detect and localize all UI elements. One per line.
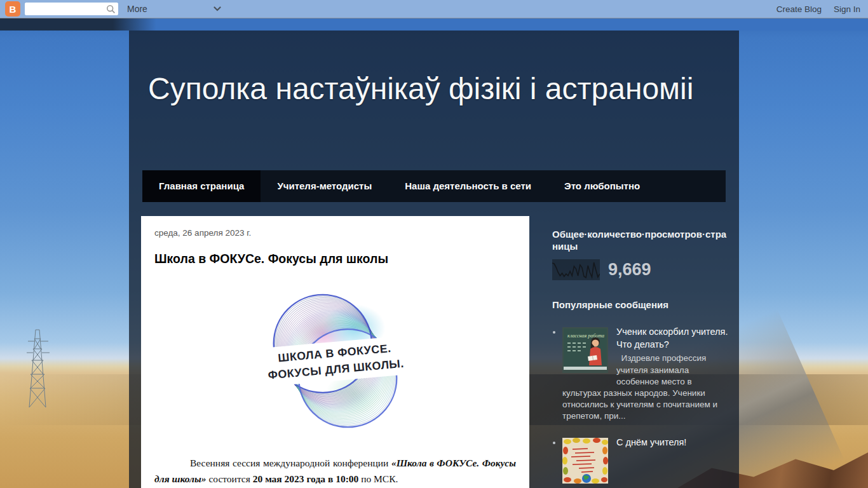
nav-tabs: Главная страница Учителя-методисты Наша …: [142, 170, 726, 202]
create-blog-link[interactable]: Create Blog: [776, 4, 822, 14]
blogger-logo-icon[interactable]: B: [5, 1, 20, 17]
body-text-1: Весенняя сессия международной конференци…: [190, 458, 391, 468]
more-dropdown[interactable]: More: [127, 4, 221, 14]
search-input[interactable]: [25, 3, 118, 15]
power-line-tower: [15, 325, 60, 410]
tab-home[interactable]: Главная страница: [142, 170, 261, 202]
blog-header: Суполка настаўнікаў фізікі і астраноміі: [129, 30, 739, 170]
chevron-down-icon: [214, 6, 221, 11]
popular-posts-title: Популярные сообщения: [552, 299, 730, 311]
popular-posts-list: классная работа У: [552, 326, 730, 488]
body-date-time: 20 мая 2023 года в 10:00: [253, 473, 359, 484]
blog-title[interactable]: Суполка настаўнікаў фізікі і астраноміі: [148, 66, 720, 111]
sidebar: Общее·количество·просмотров·страницы 9,6…: [529, 216, 739, 488]
navbar-right: Create Blog Sign In: [776, 4, 860, 14]
chalkboard-teacher-thumbnail[interactable]: классная работа: [562, 327, 608, 373]
top-dark-band: [0, 18, 868, 30]
svg-text:классная работа: классная работа: [567, 333, 604, 339]
content-row: среда, 26 апреля 2023 г. Школа в ФОКУСе.…: [129, 216, 739, 488]
tab-our-web-activity[interactable]: Наша деятельность в сети: [388, 170, 548, 202]
navbar-searchbox: [25, 3, 118, 15]
post-body: Весенняя сессия международной конференци…: [154, 456, 516, 487]
blog-container: Суполка настаўнікаў фізікі і астраноміі …: [129, 30, 739, 488]
sign-in-link[interactable]: Sign In: [834, 4, 860, 14]
pageviews-title: Общее·количество·просмотров·страницы: [552, 229, 730, 253]
search-icon[interactable]: [106, 4, 116, 14]
tab-curious[interactable]: Это любопытно: [548, 170, 656, 202]
more-label: More: [127, 4, 147, 14]
blogger-navbar: B More Create Blog Sign In: [0, 0, 868, 18]
popular-post-item: классная работа У: [562, 326, 730, 422]
post-date: среда, 26 апреля 2023 г.: [154, 228, 516, 238]
post-image[interactable]: ШКОЛА В ФОКУСЕ. ФОКУСЫ ДЛЯ ШКОЛЫ.: [260, 284, 410, 440]
popular-post-item: С днём учителя!: [562, 437, 730, 487]
pageviews-count: 9,669: [608, 260, 651, 280]
tab-teachers-methodists[interactable]: Учителя-методисты: [261, 170, 388, 202]
body-text-2: состоится: [207, 473, 253, 484]
teachers-day-card-thumbnail[interactable]: [562, 438, 608, 484]
body-text-3: по МСК.: [358, 473, 398, 484]
pageviews-widget: 9,669: [552, 259, 730, 280]
post-card: среда, 26 апреля 2023 г. Школа в ФОКУСе.…: [141, 216, 529, 488]
pageviews-sparkline: [552, 259, 600, 280]
post-title[interactable]: Школа в ФОКУСе. Фокусы для школы: [154, 252, 516, 266]
